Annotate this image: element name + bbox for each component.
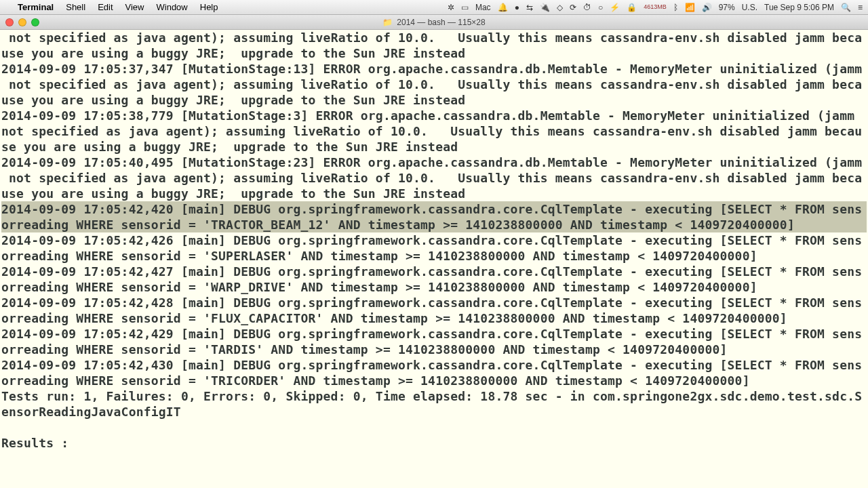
terminal-line: orreading WHERE sensorid = 'TRACTOR_BEAM… [1,217,867,232]
traffic-lights [0,18,39,26]
menubar-right: ✲ ▭ Mac 🔔 ● ⇆ 🔌 ◇ ⟳ ⏱ ○ ⚡ 🔒 4613MB ᛒ 📶 🔊… [448,3,863,12]
fan-icon[interactable]: ✲ [448,3,454,12]
wifi-icon[interactable]: 📶 [685,3,695,12]
terminal-line: orreading WHERE sensorid = 'SUPERLASER' … [1,248,867,264]
refresh-icon[interactable]: ⟳ [570,3,576,12]
menu-view[interactable]: View [125,2,144,12]
menu-window[interactable]: Window [157,2,188,12]
clock[interactable]: Tue Sep 9 5:06 PM [764,3,834,12]
terminal-line: 2014-09-09 17:05:40,495 [MutationStage:2… [1,155,867,170]
terminal-line: 2014-09-09 17:05:42,426 [main] DEBUG org… [1,232,867,248]
terminal-line: orreading WHERE sensorid = 'FLUX_CAPACIT… [1,310,867,326]
app-name[interactable]: Terminal [18,2,54,12]
input-flag[interactable]: U.S. [742,3,757,12]
mac-label[interactable]: Mac [475,3,491,12]
terminal-line: orreading WHERE sensorid = 'WARP_DRIVE' … [1,279,867,295]
terminal-line: Tests run: 1, Failures: 0, Errors: 0, Sk… [1,388,867,404]
terminal-line [1,420,867,435]
dot-icon[interactable]: ● [515,3,519,12]
terminal-line: 2014-09-09 17:05:37,347 [MutationStage:1… [1,61,867,77]
bolt-icon[interactable]: ⚡ [610,3,620,12]
spotlight-icon[interactable]: 🔍 [841,3,851,12]
terminal-line: 2014-09-09 17:05:42,430 [main] DEBUG org… [1,357,867,373]
menubar-left: Terminal Shell Edit View Window Help [5,2,218,12]
window-title-text: 2014 — bash — 115×28 [397,18,485,27]
terminal-line: not specified as java agent); assuming l… [1,77,867,92]
terminal-line: not specified as java agent); assuming l… [1,30,867,45]
terminal-line: use you are using a buggy JRE; upgrade t… [1,45,867,61]
folder-icon: 📁 [382,18,393,27]
terminal-line: orreading WHERE sensorid = 'TARDIS' AND … [1,342,867,357]
terminal-line: 2014-09-09 17:05:42,420 [main] DEBUG org… [1,201,867,217]
menu-icon[interactable]: ≡ [858,3,863,12]
terminal-line: 2014-09-09 17:05:38,779 [MutationStage:3… [1,108,867,123]
terminal-output[interactable]: not specified as java agent); assuming l… [0,30,868,488]
dropbox-icon[interactable]: ◇ [557,3,563,12]
memory-indicator[interactable]: 4613MB [644,4,667,10]
minimize-button[interactable] [18,18,26,26]
menu-shell[interactable]: Shell [66,2,85,12]
display-icon[interactable]: ▭ [461,3,469,12]
battery-pct[interactable]: 97% [719,3,735,12]
terminal-line: not specified as java agent); assuming l… [1,123,867,139]
circle-icon[interactable]: ○ [598,3,603,12]
timer-icon[interactable]: ⏱ [583,3,591,12]
terminal-line: use you are using a buggy JRE; upgrade t… [1,186,867,201]
window-title: 📁 2014 — bash — 115×28 [382,18,485,27]
terminal-line: 2014-09-09 17:05:42,427 [main] DEBUG org… [1,264,867,279]
menu-edit[interactable]: Edit [98,2,113,12]
menubar: Terminal Shell Edit View Window Help ✲ ▭… [0,0,868,15]
bluetooth-icon[interactable]: ᛒ [673,3,678,12]
window-titlebar[interactable]: 📁 2014 — bash — 115×28 [0,15,868,30]
notification-icon[interactable]: 🔔 [498,3,508,12]
battery-icon[interactable]: 🔌 [540,3,550,12]
menu-help[interactable]: Help [200,2,218,12]
terminal-line: se you are using a buggy JRE; upgrade to… [1,139,867,155]
volume-icon[interactable]: 🔊 [702,3,712,12]
terminal-line: ensorReadingJavaConfigIT [1,404,867,420]
sync-icon[interactable]: ⇆ [526,3,533,12]
lock-icon[interactable]: 🔒 [627,3,637,12]
terminal-line: 2014-09-09 17:05:42,428 [main] DEBUG org… [1,295,867,310]
terminal-line: orreading WHERE sensorid = 'TRICORDER' A… [1,373,867,388]
terminal-line: use you are using a buggy JRE; upgrade t… [1,92,867,108]
zoom-button[interactable] [31,18,39,26]
terminal-line: Results : [1,435,867,451]
terminal-line: 2014-09-09 17:05:42,429 [main] DEBUG org… [1,326,867,342]
close-button[interactable] [5,18,14,26]
terminal-line: not specified as java agent); assuming l… [1,170,867,186]
